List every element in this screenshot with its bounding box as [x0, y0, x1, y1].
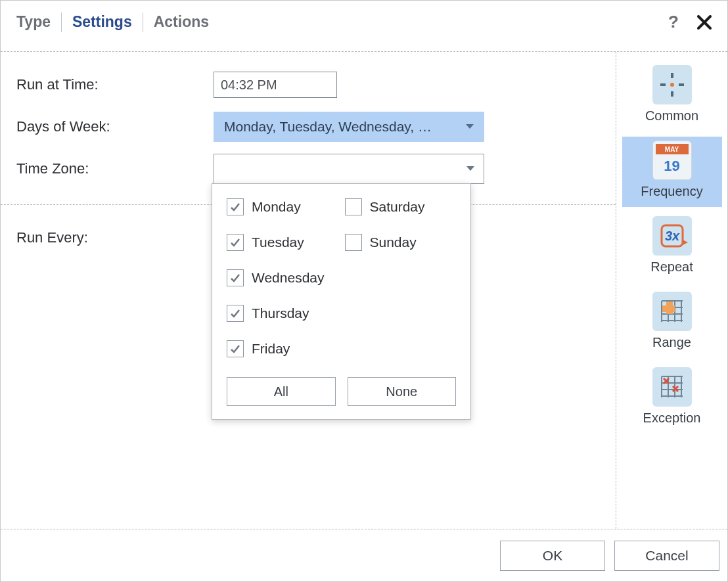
svg-point-4	[670, 83, 674, 87]
checkbox-box	[227, 305, 244, 322]
days-of-week-dropdown[interactable]: Monday, Tuesday, Wednesday, …	[214, 112, 484, 142]
sidebar-item-common[interactable]: Common	[622, 61, 722, 131]
scheduler-dialog: Type Settings Actions ? Run at Time: Da	[0, 0, 728, 582]
popup-col-right: Saturday Sunday	[345, 198, 457, 357]
calendar-icon: MAY 19	[652, 141, 692, 180]
dialog-header: Type Settings Actions ?	[1, 1, 727, 52]
right-sidebar: Common MAY 19 Frequency 3x Repeat	[616, 52, 727, 529]
checkbox-box	[345, 234, 362, 251]
sidebar-item-label: Frequency	[641, 184, 703, 198]
checkbox-saturday[interactable]: Saturday	[345, 198, 457, 215]
label-time-zone: Time Zone:	[16, 160, 214, 177]
sidebar-item-repeat[interactable]: 3x Repeat	[622, 212, 722, 282]
main-panel: Run at Time: Days of Week: Monday, Tuesd…	[1, 52, 616, 529]
checkbox-thursday[interactable]: Thursday	[227, 305, 338, 322]
checkbox-box	[227, 234, 244, 251]
run-time-input[interactable]	[214, 72, 337, 98]
sidebar-item-range[interactable]: Range	[622, 288, 722, 358]
repeat-icon: 3x	[652, 216, 692, 256]
header-tabs: Type Settings Actions	[16, 12, 219, 32]
checkbox-box	[345, 198, 362, 215]
checkbox-friday[interactable]: Friday	[227, 340, 338, 357]
label-days-of-week: Days of Week:	[16, 118, 214, 135]
checkbox-label: Monday	[252, 199, 301, 215]
svg-rect-8	[679, 83, 684, 86]
svg-rect-21	[662, 305, 675, 312]
checkbox-tuesday[interactable]: Tuesday	[227, 234, 338, 251]
time-zone-dropdown[interactable]	[214, 154, 484, 184]
popup-columns: Monday Tuesday Wednesday Thursday	[227, 198, 456, 357]
days-of-week-popup: Monday Tuesday Wednesday Thursday	[212, 183, 471, 420]
calendar-month: MAY	[656, 144, 689, 154]
dialog-footer: OK Cancel	[1, 529, 727, 581]
svg-marker-3	[466, 166, 474, 171]
svg-marker-11	[683, 240, 688, 245]
header-actions: ?	[668, 12, 712, 32]
exception-icon	[652, 367, 692, 407]
caret-down-icon	[466, 166, 474, 171]
days-of-week-value: Monday, Tuesday, Wednesday, …	[224, 119, 432, 135]
popup-buttons: All None	[227, 377, 456, 406]
checkbox-sunday[interactable]: Sunday	[345, 234, 457, 251]
svg-text:3x: 3x	[664, 229, 679, 243]
sidebar-item-label: Repeat	[650, 259, 693, 274]
checkbox-box	[227, 340, 244, 357]
sidebar-item-frequency[interactable]: MAY 19 Frequency	[622, 137, 722, 207]
cancel-button[interactable]: Cancel	[614, 541, 719, 571]
svg-rect-5	[671, 73, 673, 78]
clock-icon	[652, 65, 692, 104]
tab-settings[interactable]: Settings	[62, 13, 143, 31]
none-button[interactable]: None	[348, 377, 457, 406]
label-run-time: Run at Time:	[16, 76, 214, 93]
checkbox-monday[interactable]: Monday	[227, 198, 338, 215]
checkbox-label: Thursday	[252, 305, 309, 321]
popup-col-left: Monday Tuesday Wednesday Thursday	[227, 198, 338, 357]
svg-rect-7	[660, 83, 666, 86]
checkbox-label: Sunday	[370, 235, 417, 250]
row-days-of-week: Days of Week: Monday, Tuesday, Wednesday…	[16, 106, 600, 148]
calendar-day: 19	[653, 156, 691, 177]
sidebar-item-label: Common	[645, 108, 698, 123]
checkbox-label: Tuesday	[252, 235, 304, 250]
checkbox-wednesday[interactable]: Wednesday	[227, 269, 338, 286]
label-run-every: Run Every:	[16, 229, 214, 246]
checkbox-box	[227, 269, 244, 286]
help-button[interactable]: ?	[668, 12, 679, 32]
sidebar-item-label: Exception	[643, 411, 701, 425]
close-button[interactable]	[697, 15, 712, 30]
checkbox-label: Wednesday	[252, 270, 325, 286]
ok-button[interactable]: OK	[500, 541, 605, 571]
row-run-time: Run at Time:	[16, 64, 600, 106]
checkbox-label: Friday	[252, 341, 290, 357]
caret-down-icon	[466, 124, 474, 129]
range-icon	[652, 292, 692, 331]
tab-type[interactable]: Type	[16, 13, 61, 31]
svg-marker-2	[466, 124, 474, 129]
svg-rect-6	[671, 91, 673, 97]
checkbox-box	[227, 198, 244, 215]
all-button[interactable]: All	[227, 377, 336, 406]
sidebar-item-label: Range	[652, 335, 691, 349]
tab-actions[interactable]: Actions	[143, 13, 219, 31]
close-icon	[697, 15, 712, 30]
checkbox-label: Saturday	[370, 199, 425, 215]
dialog-body: Run at Time: Days of Week: Monday, Tuesd…	[1, 52, 727, 529]
sidebar-item-exception[interactable]: Exception	[622, 363, 722, 434]
